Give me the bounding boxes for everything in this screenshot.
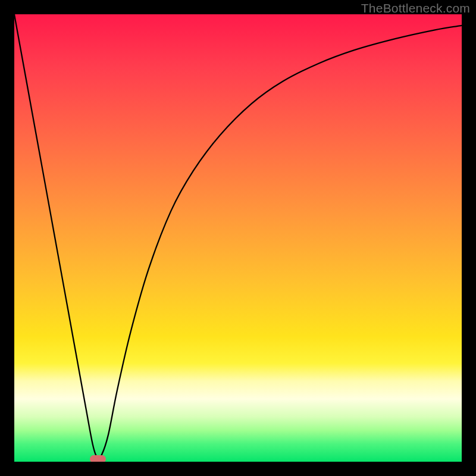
chart-frame: TheBottleneck.com (0, 0, 476, 476)
bottleneck-curve (14, 14, 462, 462)
watermark: TheBottleneck.com (361, 1, 470, 15)
plot-area (14, 14, 462, 462)
optimum-marker (90, 455, 106, 462)
